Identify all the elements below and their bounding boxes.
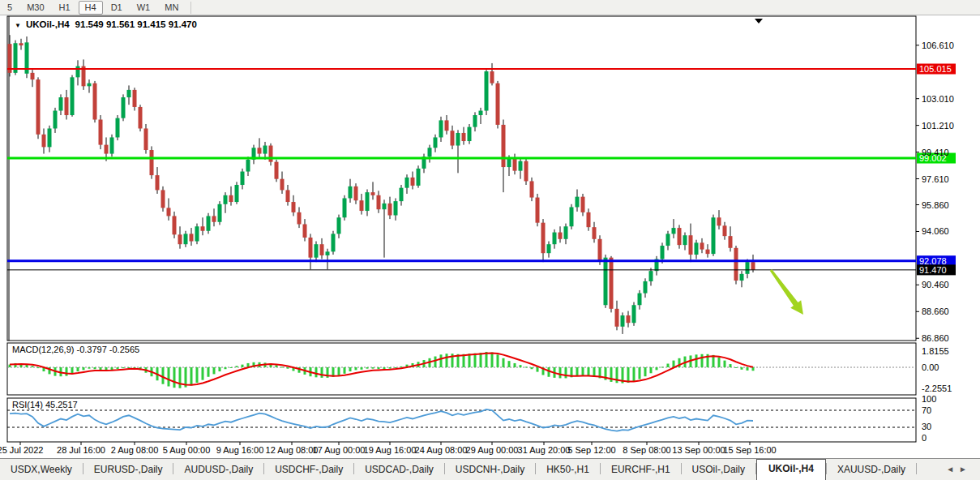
symbol-tab-hk50h1[interactable]: HK50-,H1 xyxy=(536,461,600,480)
timeframe-button-h4[interactable]: H4 xyxy=(79,1,103,15)
candle-down xyxy=(717,217,721,225)
timeframe-button-d1[interactable]: D1 xyxy=(105,1,129,15)
candle-up xyxy=(485,71,489,110)
price-tick-label: 94.060 xyxy=(922,226,949,236)
time-tick-label: 31 Aug 20:00 xyxy=(518,445,571,455)
candle-down xyxy=(178,234,182,244)
macd-axis-label: -2.2551 xyxy=(922,384,952,393)
macd-bar xyxy=(236,366,238,367)
macd-bar xyxy=(639,367,641,379)
tab-separator xyxy=(916,463,917,474)
macd-bar xyxy=(202,367,204,380)
price-tick-label: 106.610 xyxy=(922,41,954,50)
candle-down xyxy=(99,119,103,144)
rsi-panel-frame xyxy=(7,398,916,442)
symbol-tab-usdxweekly[interactable]: USDX,Weekly xyxy=(0,461,83,480)
candle-down xyxy=(212,216,216,221)
candle-up xyxy=(349,186,353,199)
symbol-tab-usdcaddaily[interactable]: USDCAD-,Daily xyxy=(354,461,444,480)
timeframe-button-mn[interactable]: MN xyxy=(158,1,185,15)
candle-down xyxy=(502,125,506,167)
candle-up xyxy=(456,133,460,146)
timeframe-toolbar: 5M30H1H4D1W1MN xyxy=(0,0,980,15)
macd-bar xyxy=(656,367,658,370)
candle-up xyxy=(224,195,228,204)
candle-down xyxy=(229,195,233,202)
macd-bar xyxy=(440,354,443,367)
rsi-axis-label: 100 xyxy=(922,394,936,404)
candle-up xyxy=(604,258,608,306)
symbol-tab-xauusddaily[interactable]: XAUUSD-,Daily xyxy=(827,461,916,480)
candle-up xyxy=(621,315,625,327)
candle-up xyxy=(695,242,699,255)
candle-down xyxy=(496,84,500,125)
price-badge-label: 91.470 xyxy=(919,265,947,275)
macd-bar xyxy=(514,363,516,367)
timeframe-button-w1[interactable]: W1 xyxy=(131,1,157,15)
symbol-tab-audusddaily[interactable]: AUDUSD-,Daily xyxy=(173,461,263,480)
macd-bar xyxy=(287,367,289,369)
macd-bar xyxy=(383,367,386,369)
macd-bar xyxy=(389,367,392,369)
symbol-tab-usdchfdaily[interactable]: USDCHF-,Daily xyxy=(264,461,353,480)
candle-up xyxy=(76,66,80,78)
candle-up xyxy=(570,207,574,226)
macd-axis-label: 1.8155 xyxy=(922,346,949,356)
candle-down xyxy=(541,223,546,254)
candle-down xyxy=(513,158,517,171)
timeframe-button-m30[interactable]: M30 xyxy=(20,1,50,15)
timeframe-button-h1[interactable]: H1 xyxy=(53,1,77,15)
candle-down xyxy=(610,258,614,309)
macd-bar xyxy=(168,367,170,387)
price-tick-label: 103.010 xyxy=(922,94,954,104)
candle-down xyxy=(530,181,534,197)
symbol-tab-ukoilh4[interactable]: UKOil-,H4 xyxy=(756,459,826,480)
time-tick-label: 19 Aug 16:00 xyxy=(364,445,417,455)
chart-title: ▼UKOil-,H491.549 91.561 91.415 91.470 xyxy=(15,19,197,29)
symbol-tab-usdcnhdaily[interactable]: USDCNH-,Daily xyxy=(445,461,535,480)
chart-title-symbol: UKOil-,H4 xyxy=(26,19,70,29)
candle-up xyxy=(110,137,114,153)
macd-bar xyxy=(667,364,670,367)
macd-bar xyxy=(695,354,698,367)
candle-down xyxy=(627,315,631,323)
candle-up xyxy=(473,115,477,127)
candle-up xyxy=(71,77,75,115)
candle-up xyxy=(246,160,250,172)
tab-scroll-arrows[interactable]: ◄► xyxy=(946,465,980,480)
candle-down xyxy=(303,225,307,238)
time-tick-label: 8 Sep 08:00 xyxy=(623,445,670,455)
tab-scroll-right-icon[interactable]: ► xyxy=(959,465,972,474)
rsi-axis-label: 0 xyxy=(922,433,927,443)
timeframe-button-5[interactable]: 5 xyxy=(1,1,19,15)
symbol-tab-eurchfh1[interactable]: EURCHF-,H1 xyxy=(601,461,681,480)
candle-up xyxy=(235,185,239,202)
macd-bar xyxy=(469,354,471,367)
macd-bar xyxy=(213,367,216,374)
candle-up xyxy=(553,233,557,245)
symbol-tab-usoildaily[interactable]: USOil-,Daily xyxy=(682,461,755,480)
candle-down xyxy=(275,162,279,179)
candle-down xyxy=(190,234,194,241)
macd-bar xyxy=(361,367,363,370)
macd-bar xyxy=(718,358,721,367)
candle-up xyxy=(383,204,387,209)
candle-down xyxy=(139,107,143,129)
macd-bar xyxy=(37,367,40,368)
chart-surface[interactable]: 105.01599.00292.07891.470106.610103.0101… xyxy=(0,15,980,458)
candle-up xyxy=(519,161,523,171)
candle-up xyxy=(59,97,63,110)
candle-up xyxy=(666,234,670,246)
tab-scroll-left-icon[interactable]: ◄ xyxy=(946,465,959,474)
macd-bar xyxy=(446,354,448,367)
candle-up xyxy=(116,118,120,138)
symbol-tab-eurusddaily[interactable]: EURUSD-,Daily xyxy=(83,461,173,480)
price-tick-label: 86.860 xyxy=(922,333,949,343)
macd-bar xyxy=(162,367,165,384)
macd-bar xyxy=(66,367,68,376)
candle-up xyxy=(672,228,676,234)
chart-menu-icon[interactable]: ▼ xyxy=(15,22,21,29)
time-tick-label: 5 Sep 12:00 xyxy=(567,445,615,455)
candle-up xyxy=(88,84,92,87)
candle-up xyxy=(53,111,58,129)
